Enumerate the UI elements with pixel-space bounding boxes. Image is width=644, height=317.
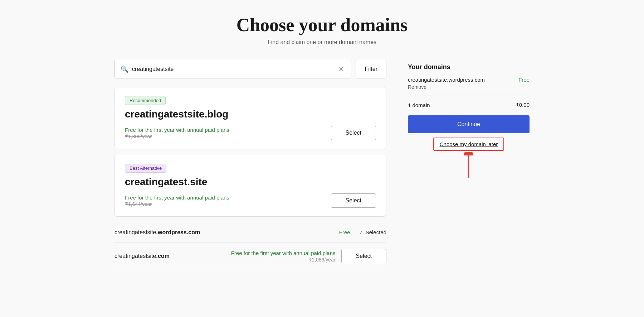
sidebar-domain-name: creatingatestsite.wordpress.com: [408, 77, 485, 83]
domain-later-wrapper: Choose my domain later: [408, 138, 530, 151]
alternative-badge: Best Alternative: [125, 164, 166, 173]
selected-label: Selected: [366, 229, 386, 235]
total-label: 1 domain: [408, 102, 430, 108]
search-icon: 🔍: [121, 65, 128, 73]
recommended-strike-price: ₹1,809/year: [125, 134, 229, 139]
search-input-wrapper[interactable]: 🔍 ✕: [114, 60, 351, 78]
domain-card-recommended: Recommended creatingatestsite.blog Free …: [114, 87, 386, 149]
remove-link[interactable]: Remove: [408, 84, 530, 90]
search-input[interactable]: [132, 66, 337, 72]
wordpress-free-badge: Free: [339, 229, 350, 235]
divider: [408, 96, 530, 96]
alternative-strike-price: ₹1,644/year: [125, 201, 229, 207]
domain-card-alternative: Best Alternative creatingatest.site Free…: [114, 155, 386, 217]
page-title: Choose your domains: [21, 14, 623, 35]
domain-row-com: creatingatestsite.com Free for the first…: [114, 242, 386, 270]
recommended-badge: Recommended: [125, 96, 166, 105]
recommended-free-text: Free for the first year with annual paid…: [125, 127, 229, 133]
sidebar-domain-free: Free: [518, 77, 530, 83]
recommended-price-info: Free for the first year with annual paid…: [125, 127, 229, 139]
sidebar-domain-row: creatingatestsite.wordpress.com Free: [408, 77, 530, 83]
select-button-recommended[interactable]: Select: [331, 126, 376, 140]
domain-search-section: 🔍 ✕ Filter Recommended creatingatestsite…: [114, 60, 386, 270]
red-arrow-svg: [459, 152, 479, 179]
recommended-domain-name: creatingatestsite.blog: [125, 109, 376, 120]
com-price-info: Free for the first year with annual paid…: [228, 250, 336, 263]
page-subtitle: Find and claim one or more domain names: [21, 39, 623, 45]
sidebar: Your domains creatingatestsite.wordpress…: [408, 60, 530, 151]
arrow-annotation: [459, 152, 479, 180]
com-free-text: Free for the first year with annual paid…: [231, 250, 336, 256]
select-button-com[interactable]: Select: [341, 249, 386, 263]
choose-domain-later-link[interactable]: Choose my domain later: [433, 138, 504, 151]
total-row: 1 domain ₹0.00: [408, 102, 530, 108]
check-icon: ✓: [359, 229, 364, 236]
search-bar: 🔍 ✕ Filter: [114, 60, 386, 78]
page-header: Choose your domains Find and claim one o…: [21, 14, 623, 45]
alternative-free-text: Free for the first year with annual paid…: [125, 194, 229, 201]
alternative-domain-name: creatingatest.site: [125, 176, 376, 188]
alternative-price-info: Free for the first year with annual paid…: [125, 194, 229, 207]
com-strike-price: ₹1,086/year: [308, 257, 335, 263]
your-domains-title: Your domains: [408, 63, 530, 71]
select-button-alternative[interactable]: Select: [331, 193, 376, 208]
continue-button[interactable]: Continue: [408, 115, 530, 133]
wordpress-domain-name: creatingatestsite.wordpress.com: [114, 229, 333, 236]
domain-row-wordpress: creatingatestsite.wordpress.com Free ✓ S…: [114, 222, 386, 242]
clear-icon[interactable]: ✕: [337, 64, 345, 75]
filter-button[interactable]: Filter: [356, 60, 386, 78]
com-domain-name: creatingatestsite.com: [114, 253, 222, 259]
total-amount: ₹0.00: [516, 102, 530, 108]
wordpress-selected-badge: ✓ Selected: [359, 229, 386, 236]
